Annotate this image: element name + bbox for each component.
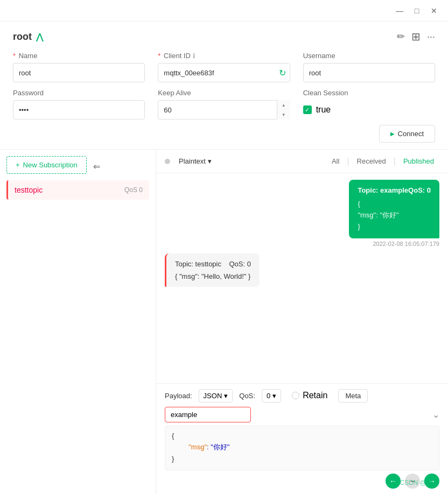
client-id-wrapper: ↻ (158, 63, 290, 82)
nav-left-button[interactable]: ← (386, 474, 401, 489)
qos-value: 0 (267, 392, 270, 400)
topic-input-row: ⌄ (165, 407, 439, 422)
username-input[interactable] (303, 63, 435, 82)
json-editor: { "msg": "你好" } (165, 426, 439, 470)
message-header: Plaintext ▾ All | Received | Published (156, 150, 448, 173)
connect-label: Connect (398, 130, 424, 138)
password-label: Password (13, 89, 145, 97)
connect-button[interactable]: ▶ Connect (379, 125, 435, 143)
clean-session-value: true (316, 105, 331, 115)
pub-body-line2: "msg": "你好" (358, 210, 431, 221)
client-id-input[interactable] (158, 63, 290, 82)
published-timestamp: 2022-02-08 16:05:07:179 (349, 241, 439, 247)
filter-tabs: All | Received | Published (326, 155, 439, 167)
keepalive-group: Keep Alive ▲ ▼ (158, 89, 290, 119)
messages-container: Topic: example QoS: 0 { "msg": "你好" } 20… (156, 173, 448, 383)
received-topic-line: Topic: testtopic QoS: 0 (175, 260, 251, 268)
pub-body-line1: { (358, 199, 431, 210)
keepalive-spin: ▲ ▼ (277, 100, 290, 119)
add-icon[interactable]: ⊞ (411, 30, 421, 43)
status-dot (165, 159, 170, 164)
plaintext-selector[interactable]: Plaintext ▾ (179, 157, 212, 165)
content-area: + New Subscription ⇐ testtopic QoS 0 Pla… (0, 150, 448, 494)
right-panel: Plaintext ▾ All | Received | Published (156, 150, 448, 494)
name-group: * Name (13, 52, 145, 82)
json-open-brace: { (172, 432, 174, 440)
name-label: * Name (13, 52, 145, 60)
filter-published[interactable]: Published (398, 155, 439, 167)
clean-session-wrapper: ✓ true (303, 100, 435, 119)
retain-group: Retain (292, 391, 327, 400)
retain-label: Retain (303, 391, 327, 400)
keepalive-input[interactable] (158, 100, 290, 119)
header-actions: ✏ ⊞ ··· (397, 30, 435, 43)
plus-icon: + (16, 161, 20, 169)
angles-up-icon[interactable]: ⋀ (36, 32, 43, 42)
refresh-icon[interactable]: ↻ (279, 68, 286, 78)
sub-topic: testtopic (15, 186, 43, 194)
connect-row: ▶ Connect (13, 125, 435, 143)
pub-topic-label: Topic: example (358, 186, 408, 194)
keepalive-label: Keep Alive (158, 89, 290, 97)
collapse-icon[interactable]: ⇐ (91, 159, 102, 174)
received-bubble: Topic: testtopic QoS: 0 { "msg": "Hello,… (165, 253, 260, 287)
clean-session-checkbox[interactable]: ✓ (303, 105, 312, 114)
spin-down[interactable]: ▼ (277, 110, 290, 119)
retain-radio[interactable] (292, 392, 299, 399)
published-body: { "msg": "你好" } (358, 199, 431, 232)
password-group: Password (13, 89, 145, 119)
clean-session-label: Clean Session (303, 89, 435, 97)
recv-qos-label: QoS: 0 (229, 260, 250, 268)
filter-all[interactable]: All (326, 155, 345, 167)
chevron-down-icon: ▾ (208, 157, 212, 165)
json-key: "msg" (188, 443, 207, 451)
received-body: { "msg": "Hello, World!" } (175, 272, 251, 280)
meta-button[interactable]: Meta (338, 389, 368, 403)
topic-input[interactable] (165, 407, 251, 422)
connection-form: * Name * Client ID ℹ ↻ Username (13, 52, 435, 119)
new-sub-label: New Subscription (23, 161, 78, 169)
compose-area: Payload: JSON ▾ QoS: 0 ▾ Retain Meta (156, 383, 448, 494)
header-top: root ⋀ ✏ ⊞ ··· (13, 30, 435, 43)
connection-title: root ⋀ (13, 31, 43, 43)
pub-qos-label: QoS: 0 (408, 186, 431, 194)
pub-body-line3: } (358, 221, 431, 232)
filter-received[interactable]: Received (352, 155, 391, 167)
published-bubble: Topic: example QoS: 0 { "msg": "你好" } (349, 180, 439, 238)
maximize-button[interactable]: □ (409, 3, 424, 18)
left-panel-controls: + New Subscription ⇐ (6, 156, 149, 180)
published-topic-line: Topic: example QoS: 0 (358, 186, 431, 194)
received-message: Topic: testtopic QoS: 0 { "msg": "Hello,… (165, 253, 260, 287)
payload-format-select[interactable]: JSON ▾ (199, 389, 233, 403)
close-button[interactable]: ✕ (426, 3, 442, 18)
main-container: root ⋀ ✏ ⊞ ··· * Name * C (0, 22, 448, 494)
more-icon[interactable]: ··· (427, 31, 435, 43)
minimize-button[interactable]: — (392, 3, 407, 18)
sub-qos: QoS 0 (124, 186, 143, 194)
payload-chevron-icon: ▾ (224, 392, 228, 400)
qos-select[interactable]: 0 ▾ (262, 389, 281, 403)
username-group: Username (303, 52, 435, 82)
client-id-label: * Client ID ℹ (158, 52, 290, 60)
watermark: CSDN @白茶 (400, 478, 439, 488)
spin-up[interactable]: ▲ (277, 100, 290, 110)
keepalive-wrapper: ▲ ▼ (158, 100, 290, 119)
password-input[interactable] (13, 100, 145, 119)
plaintext-label: Plaintext (179, 157, 206, 165)
json-value: "你好" (211, 443, 229, 451)
json-actions: ← − → (165, 474, 439, 489)
name-input[interactable] (13, 63, 145, 82)
edit-icon[interactable]: ✏ (397, 31, 405, 43)
recv-topic-label: Topic: testtopic (175, 260, 221, 268)
connection-header: root ⋀ ✏ ⊞ ··· * Name * C (0, 22, 448, 150)
published-message: Topic: example QoS: 0 { "msg": "你好" } 20… (349, 180, 439, 247)
play-icon: ▶ (390, 131, 395, 137)
left-panel: + New Subscription ⇐ testtopic QoS 0 (0, 150, 156, 494)
titlebar: — □ ✕ (0, 0, 448, 22)
payload-format-value: JSON (204, 392, 222, 400)
username-label: Username (303, 52, 435, 60)
new-subscription-button[interactable]: + New Subscription (6, 156, 87, 174)
expand-icon[interactable]: ⌄ (432, 410, 439, 420)
subscription-item[interactable]: testtopic QoS 0 (6, 180, 149, 200)
client-id-info-icon: ℹ (193, 52, 195, 60)
